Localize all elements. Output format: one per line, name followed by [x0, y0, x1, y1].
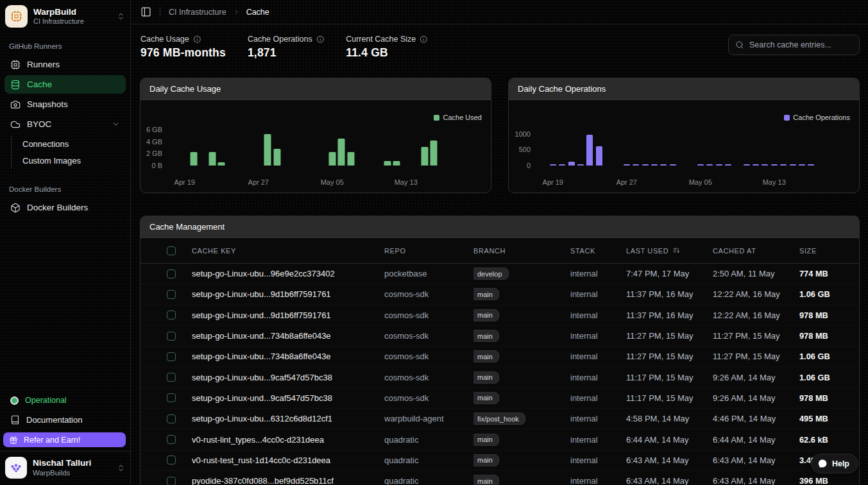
legend-swatch-icon: [434, 115, 439, 121]
sidebar-toggle-button[interactable]: [140, 6, 151, 17]
stat-cache-usage: Cache Usage 976 MB-months: [140, 35, 226, 76]
bar: [808, 164, 814, 166]
row-checkbox[interactable]: [167, 290, 176, 299]
row-checkbox[interactable]: [167, 332, 176, 341]
x-axis: Apr 19Apr 27May 05May 13: [534, 178, 830, 187]
row-checkbox[interactable]: [167, 352, 176, 361]
table-row: setup-go-Linux-ubu...9caf547d57bc38cosmo…: [140, 367, 859, 387]
topbar-divider: [160, 7, 160, 17]
branch-badge: main: [473, 371, 499, 384]
repo-cell: cosmos-sdk: [384, 393, 473, 403]
bar: [338, 139, 345, 166]
chevron-right-icon: [233, 8, 240, 15]
bar: [633, 164, 639, 166]
sidebar-item-documentation[interactable]: Documentation: [4, 410, 126, 429]
checkbox-cell: [140, 269, 192, 278]
info-icon[interactable]: [193, 35, 201, 44]
sidebar-item-byoc[interactable]: BYOC: [4, 115, 126, 133]
column-header-size: SIZE: [799, 247, 859, 255]
sidebar-item-docker-builders[interactable]: Docker Builders: [4, 198, 126, 217]
help-button[interactable]: Help: [811, 454, 858, 473]
table-row: setup-go-Linux-ubu...734b8a6ffe043ecosmo…: [140, 346, 859, 367]
last-used-cell: 6:43 AM, 14 May: [626, 455, 713, 465]
checkbox-cell: [140, 435, 192, 444]
section-label-github-runners: GitHub Runners: [0, 31, 130, 55]
y-tick-label: 500: [519, 146, 531, 153]
sidebar-item-cache[interactable]: Cache: [4, 75, 126, 94]
info-icon[interactable]: [316, 35, 325, 44]
sidebar-item-snapshots[interactable]: BYOC Snapshots: [4, 95, 126, 114]
chevrons-up-down-icon: [117, 12, 125, 21]
branch-cell: main: [473, 371, 570, 384]
sidebar-item-label: Snapshots: [27, 99, 68, 109]
search-input[interactable]: [749, 40, 853, 49]
repo-cell: warpbuild-agent: [384, 414, 473, 423]
cached-at-cell: 6:43 AM, 14 May: [713, 476, 799, 485]
branch-badge: main: [473, 434, 499, 446]
main-content: CI Infrastructure Cache Cache Usage 976 …: [132, 0, 868, 485]
checkbox-cell: [140, 290, 192, 299]
row-checkbox[interactable]: [167, 311, 176, 319]
package-icon: [10, 203, 21, 213]
select-all-checkbox[interactable]: [167, 246, 176, 255]
row-checkbox[interactable]: [167, 373, 176, 382]
repo-cell: cosmos-sdk: [384, 289, 473, 299]
bar: [790, 164, 796, 166]
repo-cell: cosmos-sdk: [384, 373, 473, 382]
bar: [393, 161, 400, 166]
column-header-last-used[interactable]: LAST USED: [626, 246, 713, 255]
info-icon[interactable]: [420, 35, 428, 44]
branch-badge: main: [473, 309, 499, 321]
sort-descending-icon[interactable]: [672, 246, 681, 255]
repo-cell: quadratic: [384, 455, 473, 465]
row-checkbox[interactable]: [167, 477, 176, 485]
sidebar-item-connections[interactable]: Connections: [12, 135, 130, 152]
bar: [660, 164, 667, 166]
sidebar-item-custom-images[interactable]: Custom Images: [12, 152, 130, 169]
sidebar-item-runners[interactable]: Runners: [4, 55, 126, 74]
row-checkbox[interactable]: [167, 455, 176, 464]
card-header: Daily Cache Usage: [140, 78, 491, 100]
avatar: [5, 457, 27, 479]
search-icon: [735, 40, 744, 49]
column-header-cache-key: CACHE KEY: [192, 247, 384, 255]
size-cell: 1.06 GB: [799, 373, 859, 382]
card-header: Daily Cache Operations: [509, 78, 859, 100]
user-menu[interactable]: Nischal Talluri WarpBuilds: [0, 451, 130, 481]
branch-badge: main: [473, 392, 499, 404]
sidebar-item-label: Runners: [27, 60, 60, 69]
last-used-cell: 6:43 AM, 14 May: [626, 476, 713, 485]
cached-at-cell: 2:50 AM, 11 May: [713, 269, 799, 278]
breadcrumb-parent[interactable]: CI Infrastructure: [169, 8, 226, 17]
y-tick-label: 1000: [515, 130, 531, 138]
topbar: CI Infrastructure Cache: [132, 0, 868, 24]
checkbox-cell: [140, 373, 192, 382]
workspace-switcher[interactable]: WarpBuild CI Infrastructure: [0, 0, 130, 31]
row-checkbox[interactable]: [167, 393, 176, 402]
bar: [550, 164, 556, 166]
row-checkbox[interactable]: [167, 269, 176, 278]
size-cell: 1.06 GB: [799, 352, 859, 361]
table-row: setup-go-Linux-ubu...96e9e2cc373402pocke…: [140, 264, 859, 284]
y-tick-label: 6 GB: [146, 126, 162, 133]
repo-cell: quadratic: [384, 476, 473, 485]
last-used-cell: 11:17 PM, 15 May: [626, 373, 713, 382]
bar: [273, 149, 280, 166]
row-checkbox[interactable]: [167, 414, 176, 423]
stats-row: Cache Usage 976 MB-months Cache Operatio…: [132, 24, 868, 76]
plot-area: [534, 123, 830, 166]
sidebar: WarpBuild CI Infrastructure GitHub Runne…: [0, 0, 131, 485]
last-used-cell: 11:37 PM, 16 May: [626, 289, 713, 299]
stack-cell: internal: [570, 311, 626, 320]
status-operational[interactable]: Operational: [4, 391, 126, 410]
stack-cell: internal: [570, 289, 626, 299]
y-tick-label: 2 GB: [146, 149, 162, 157]
branch-badge: fix/post_hook: [473, 413, 525, 425]
cpu-icon: [10, 60, 21, 70]
sidebar-item-label: Docker Builders: [27, 203, 88, 212]
row-checkbox[interactable]: [167, 435, 176, 444]
cache-key-cell: setup-go-Linux-ubu...6312c6d8d12cf1: [192, 414, 384, 423]
cached-at-cell: 9:26 AM, 14 May: [713, 373, 799, 382]
refer-and-earn-button[interactable]: Refer and Earn!: [3, 432, 126, 447]
checkbox-cell: [140, 455, 192, 464]
